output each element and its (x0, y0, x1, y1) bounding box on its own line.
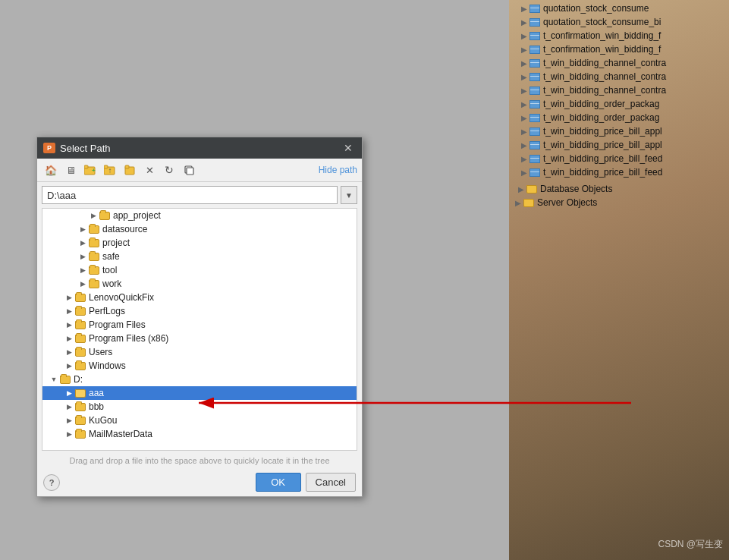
db-item-label: t_win_bidding_price_bill_feed (543, 167, 662, 178)
db-item-5[interactable]: ▶ t_win_bidding_channel_contra (509, 56, 729, 70)
db-item-12[interactable]: ▶ t_win_bidding_price_bill_feed (509, 152, 729, 165)
db-item-1[interactable]: ▶ quotation_stock_consume (509, 2, 729, 15)
table-icon (529, 73, 540, 81)
help-button[interactable]: ? (43, 474, 60, 491)
tree-item-label: KuGou (89, 415, 117, 426)
db-item-label: t_win_bidding_price_bill_appl (543, 140, 662, 150)
hide-path-link[interactable]: Hide path (319, 165, 357, 175)
expander-icon: ▶ (64, 415, 74, 426)
tree-item-lenovoquickfix[interactable]: ▶ LenovoQuickFix (42, 291, 357, 304)
tree-item-users[interactable]: ▶ Users (42, 345, 357, 359)
chevron-icon: ▶ (521, 32, 527, 40)
dialog-titlebar: P Select Path ✕ (37, 137, 362, 159)
db-item-4[interactable]: ▶ t_confirmation_win_bidding_f (509, 42, 729, 56)
tree-item-datasource[interactable]: ▶ datasource (42, 222, 357, 236)
expander-icon: ▶ (64, 333, 74, 344)
db-item-6[interactable]: ▶ t_win_bidding_channel_contra (509, 70, 729, 83)
db-item-label: t_confirmation_win_bidding_f (543, 30, 661, 41)
path-input[interactable] (42, 186, 338, 204)
db-database-objects[interactable]: ▶ Database Objects (509, 182, 729, 196)
db-item-9[interactable]: ▶ t_win_bidding_order_packag (509, 111, 729, 124)
db-item-11[interactable]: ▶ t_win_bidding_price_bill_appl (509, 138, 729, 152)
expander-icon: ▶ (77, 224, 88, 234)
expander-icon: ▶ (77, 278, 88, 289)
expander-icon: ▶ (77, 238, 88, 248)
tree-item-program-files[interactable]: ▶ Program Files (42, 318, 357, 332)
chevron-icon: ▶ (521, 18, 527, 27)
table-icon (529, 59, 540, 68)
db-server-objects[interactable]: ▶ Server Objects (509, 196, 729, 209)
tree-item-bbb[interactable]: ▶ bbb (42, 400, 357, 414)
chevron-icon: ▶ (521, 127, 527, 136)
table-icon (529, 114, 540, 122)
tree-item-kugou[interactable]: ▶ KuGou (42, 414, 357, 427)
db-item-10[interactable]: ▶ t_win_bidding_price_bill_appl (509, 124, 729, 138)
folder-tree[interactable]: ▶ app_project ▶ datasource ▶ project ▶ s… (42, 208, 357, 451)
db-item-label: t_confirmation_win_bidding_f (543, 44, 661, 55)
tree-item-label: Program Files (89, 319, 146, 330)
path-dropdown-button[interactable]: ▼ (341, 186, 357, 204)
db-item-label: t_win_bidding_order_packag (543, 99, 659, 109)
expander-icon: ▶ (77, 251, 88, 262)
svg-text:+: + (92, 167, 96, 174)
db-item-8[interactable]: ▶ t_win_bidding_order_packag (509, 97, 729, 111)
folder-up-button[interactable]: ↑ (101, 162, 119, 178)
close-button[interactable]: ✕ (341, 142, 356, 154)
tree-item-label: app_project (113, 210, 161, 221)
chevron-icon: ▶ (515, 199, 521, 207)
dialog-logo-icon: P (43, 143, 55, 153)
db-item-label: t_win_bidding_order_packag (543, 112, 659, 123)
folder-icon (526, 185, 537, 193)
chevron-icon: ▶ (518, 185, 524, 193)
folder-icon-button[interactable] (121, 162, 139, 178)
tree-item-label: work (102, 278, 121, 289)
folder-icon (75, 321, 86, 329)
chevron-icon: ▶ (521, 168, 527, 177)
db-objects-label: Database Objects (540, 184, 612, 194)
desktop-button[interactable]: 🖥 (61, 162, 80, 178)
copy-path-button[interactable] (180, 162, 198, 178)
dialog-toolbar: 🏠 🖥 + ↑ ✕ ↻ (37, 159, 362, 182)
folder-icon (89, 253, 99, 261)
table-icon (529, 141, 540, 149)
tree-item-label: project (102, 238, 130, 248)
tree-item-work[interactable]: ▶ work (42, 277, 357, 291)
tree-item-app-project[interactable]: ▶ app_project (42, 209, 357, 222)
expander-icon: ▶ (64, 347, 74, 357)
db-item-3[interactable]: ▶ t_confirmation_win_bidding_f (509, 29, 729, 42)
tree-item-label: Windows (89, 360, 126, 371)
path-row: ▼ (37, 182, 362, 208)
chevron-icon: ▶ (521, 73, 527, 81)
db-item-label: quotation_stock_consume (543, 3, 649, 14)
folder-icon (75, 417, 86, 425)
tree-item-mailmasterdata[interactable]: ▶ MailMasterData (42, 427, 357, 441)
refresh-button[interactable]: ↻ (160, 162, 178, 178)
table-icon (529, 46, 540, 54)
new-folder-button[interactable]: + (81, 162, 99, 178)
tree-item-d-drive[interactable]: ▼ D: (42, 373, 357, 386)
tree-item-perflogs[interactable]: ▶ PerfLogs (42, 304, 357, 318)
home-button[interactable]: 🏠 (42, 162, 60, 178)
tree-item-tool[interactable]: ▶ tool (42, 263, 357, 277)
delete-button[interactable]: ✕ (140, 162, 159, 178)
db-item-13[interactable]: ▶ t_win_bidding_price_bill_feed (509, 165, 729, 179)
server-objects-label: Server Objects (537, 197, 597, 208)
chevron-icon: ▶ (521, 59, 527, 68)
ok-button[interactable]: OK (256, 473, 301, 492)
chevron-icon: ▶ (521, 46, 527, 54)
tree-item-project[interactable]: ▶ project (42, 236, 357, 250)
db-item-7[interactable]: ▶ t_win_bidding_channel_contra (509, 83, 729, 97)
select-path-dialog: P Select Path ✕ 🏠 🖥 + ↑ ✕ (36, 137, 363, 497)
tree-item-windows[interactable]: ▶ Windows (42, 359, 357, 373)
db-item-2[interactable]: ▶ quotation_stock_consume_bi (509, 15, 729, 29)
cancel-button[interactable]: Cancel (306, 473, 356, 492)
tree-item-aaa[interactable]: ▶ aaa (42, 386, 357, 400)
tree-item-program-files-x86[interactable]: ▶ Program Files (x86) (42, 332, 357, 345)
tree-item-label: aaa (89, 388, 104, 398)
table-icon (529, 155, 540, 163)
db-item-label: t_win_bidding_channel_contra (543, 71, 666, 82)
tree-item-label: Users (89, 347, 112, 357)
db-tree-panel: ▶ quotation_stock_consume ▶ quotation_st… (509, 0, 729, 560)
tree-item-safe[interactable]: ▶ safe (42, 250, 357, 263)
folder-icon (523, 199, 534, 207)
